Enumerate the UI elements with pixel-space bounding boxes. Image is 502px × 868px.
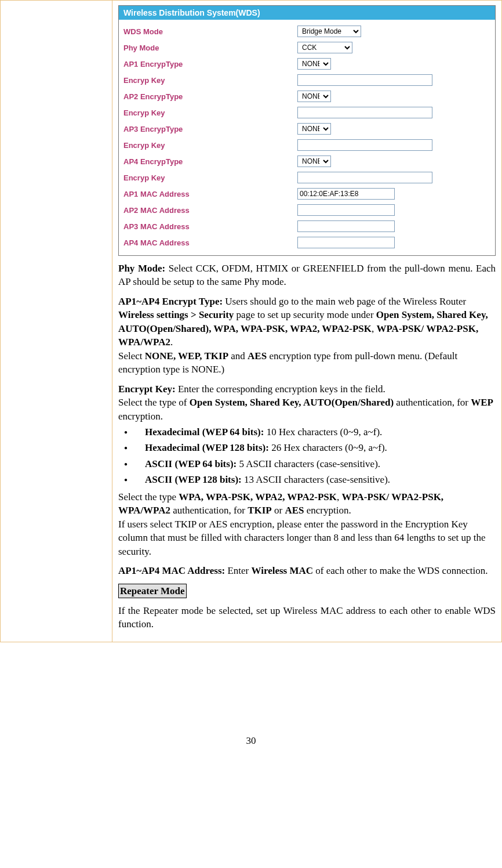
para-ap-encrypt-type: AP1~AP4 Encrypt Type: Users should go to…: [118, 295, 496, 377]
label-wds-mode: WDS Mode: [123, 27, 297, 36]
list-item: ASCII (WEP 128 bits): 13 ASCII character…: [134, 473, 496, 486]
input-ap4-mac[interactable]: [297, 237, 395, 248]
repeater-heading-wrap: Repeater Mode: [118, 584, 496, 598]
list-item: ASCII (WEP 64 bits): 5 ASCII characters …: [134, 457, 496, 471]
bold-phy-mode: Phy Mode:: [118, 263, 165, 274]
left-empty-cell: [1, 1, 112, 642]
input-enc-key-2[interactable]: [297, 107, 432, 118]
bullet-text: 5 ASCII characters (case-sensitive).: [237, 458, 380, 469]
text-ap-enc-6: and: [228, 350, 248, 361]
bullet-text: 10 Hex characters (0~9, a~f).: [264, 426, 382, 437]
para-select-wpa: Select the type WPA, WPA-PSK, WPA2, WPA2…: [118, 490, 496, 558]
wds-row-enc-key-1: Encryp Key: [123, 72, 490, 88]
page-number: 30: [0, 735, 502, 747]
text-ap-enc-2: page to set up security mode under: [234, 309, 376, 320]
text-sel-6: If users select TKIP or AES encryption, …: [118, 519, 486, 557]
bullet-bold: Hexadecimal (WEP 128 bits):: [145, 442, 269, 453]
bold-sel-3: TKIP: [248, 505, 272, 516]
label-ap3-enc-type: AP3 EncrypType: [123, 125, 297, 133]
label-ap3-mac: AP3 MAC Address: [123, 222, 297, 231]
bold-ek-3: WEP: [471, 397, 493, 408]
label-ap4-mac: AP4 MAC Address: [123, 238, 297, 247]
label-enc-key-2: Encryp Key: [123, 108, 297, 117]
wds-panel-body: WDS Mode Bridge Mode Phy Mode CCK AP1 En…: [119, 20, 495, 255]
list-item: Hexadecimal (WEP 64 bits): 10 Hex charac…: [134, 425, 496, 439]
text-ap-enc-3: ,: [372, 323, 377, 334]
page: Wireless Distribution System(WDS) WDS Mo…: [0, 0, 502, 747]
para-repeater: If the Repeater mode be selected, set up…: [118, 604, 496, 631]
label-phy-mode: Phy Mode: [123, 44, 297, 52]
bold-ap-enc-1: AP1~AP4 Encrypt Type:: [118, 296, 223, 307]
text-ek-2: Select the type of: [118, 397, 190, 408]
bold-ap-enc-2: Wireless settings > Security: [118, 309, 234, 320]
content-cell: Wireless Distribution System(WDS) WDS Mo…: [112, 1, 502, 642]
list-item: Hexadecimal (WEP 128 bits): 26 Hex chara…: [134, 441, 496, 454]
input-enc-key-1[interactable]: [297, 74, 432, 86]
text-ap-enc-5: Select: [118, 350, 145, 361]
label-ap4-enc-type: AP4 EncrypType: [123, 157, 297, 166]
text-ek-3: authentication, for: [394, 397, 471, 408]
wds-row-ap3-enc-type: AP3 EncrypType NONE: [123, 121, 490, 137]
wds-row-ap3-mac: AP3 MAC Address: [123, 218, 490, 234]
bold-sel-4: AES: [285, 505, 304, 516]
label-enc-key-4: Encryp Key: [123, 173, 297, 182]
text-sel-4: or: [272, 505, 285, 516]
text-phy-mode: Select CCK, OFDM, HTMIX or GREENFIELD fr…: [118, 263, 496, 287]
input-enc-key-4[interactable]: [297, 172, 432, 183]
select-wds-mode[interactable]: Bridge Mode: [297, 26, 361, 37]
wds-row-ap1-mac: AP1 MAC Address: [123, 186, 490, 202]
doc-text: Phy Mode: Select CCK, OFDM, HTMIX or GRE…: [118, 262, 496, 631]
text-mac-2: of each other to make the WDS connection…: [313, 565, 488, 576]
wds-panel: Wireless Distribution System(WDS) WDS Mo…: [118, 5, 496, 256]
label-ap1-enc-type: AP1 EncrypType: [123, 60, 297, 68]
text-ap-enc-1: Users should go to the main web page of …: [223, 296, 466, 307]
bullet-bold: ASCII (WEP 128 bits):: [145, 474, 242, 485]
wds-row-wds-mode: WDS Mode Bridge Mode: [123, 23, 490, 39]
repeater-mode-heading: Repeater Mode: [118, 584, 187, 598]
label-enc-key-3: Encryp Key: [123, 141, 297, 150]
bullet-bold: ASCII (WEP 64 bits):: [145, 458, 237, 469]
input-ap1-mac[interactable]: [297, 188, 395, 200]
select-phy-mode[interactable]: CCK: [297, 42, 352, 53]
label-ap2-enc-type: AP2 EncrypType: [123, 92, 297, 101]
text-sel-1: Select the type: [118, 491, 179, 502]
bullet-text: 13 ASCII characters (case-sensitive).: [242, 474, 390, 485]
bold-mac-1: AP1~AP4 MAC Address:: [118, 565, 225, 576]
wds-row-ap2-mac: AP2 MAC Address: [123, 202, 490, 218]
text-sel-5: encryption.: [304, 505, 351, 516]
select-ap1-enc-type[interactable]: NONE: [297, 58, 331, 70]
input-ap3-mac[interactable]: [297, 220, 395, 232]
label-enc-key-1: Encryp Key: [123, 76, 297, 85]
text-ek-4: encryption.: [118, 411, 163, 422]
wds-row-ap2-enc-type: AP2 EncrypType NONE: [123, 88, 490, 104]
wds-panel-header: Wireless Distribution System(WDS): [119, 6, 495, 20]
wds-row-ap4-mac: AP4 MAC Address: [123, 234, 490, 251]
wds-row-phy-mode: Phy Mode CCK: [123, 39, 490, 56]
bullet-text: 26 Hex characters (0~9, a~f).: [269, 442, 387, 453]
text-ek-1: Enter the corresponding encryption keys …: [176, 384, 385, 395]
select-ap3-enc-type[interactable]: NONE: [297, 123, 331, 135]
bold-ek-2: Open System, Shared Key, AUTO(Open/Share…: [190, 397, 394, 408]
bullet-bold: Hexadecimal (WEP 64 bits):: [145, 426, 264, 437]
text-sel-3: authentication, for: [170, 505, 248, 516]
text-mac-1: Enter: [225, 565, 251, 576]
bold-ap-enc-5: NONE, WEP, TKIP: [145, 350, 228, 361]
input-enc-key-3[interactable]: [297, 139, 432, 151]
para-mac-address: AP1~AP4 MAC Address: Enter Wireless MAC …: [118, 564, 496, 577]
label-ap2-mac: AP2 MAC Address: [123, 206, 297, 215]
select-ap4-enc-type[interactable]: NONE: [297, 155, 331, 167]
select-ap2-enc-type[interactable]: NONE: [297, 91, 331, 102]
wds-row-enc-key-2: Encryp Key: [123, 104, 490, 121]
wds-row-enc-key-4: Encryp Key: [123, 169, 490, 186]
input-ap2-mac[interactable]: [297, 204, 395, 216]
wds-row-enc-key-3: Encryp Key: [123, 137, 490, 153]
layout-table: Wireless Distribution System(WDS) WDS Mo…: [0, 0, 502, 642]
para-encrypt-key: Encrypt Key: Enter the corresponding enc…: [118, 382, 496, 423]
bold-sel-1: WPA, WPA-PSK, WPA2, WPA2-PSK: [179, 491, 337, 502]
wds-row-ap1-enc-type: AP1 EncrypType NONE: [123, 56, 490, 72]
bold-ek-1: Encrypt Key:: [118, 384, 176, 395]
text-ap-enc-4: .: [170, 337, 173, 348]
bold-mac-2: Wireless MAC: [252, 565, 314, 576]
bold-ap-enc-6: AES: [248, 350, 267, 361]
para-phy-mode: Phy Mode: Select CCK, OFDM, HTMIX or GRE…: [118, 262, 496, 289]
